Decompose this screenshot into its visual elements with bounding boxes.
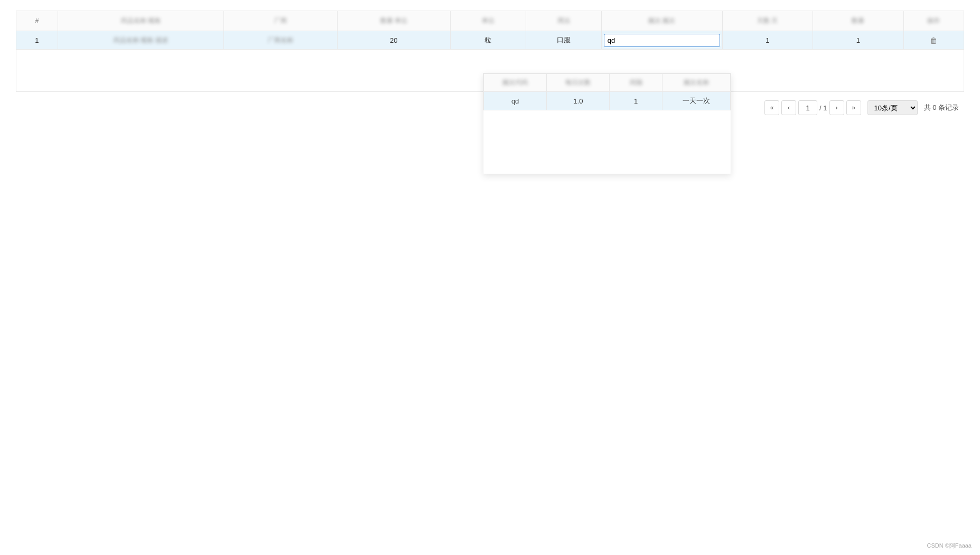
- dropdown-col-b-header: 每日次数: [547, 74, 610, 92]
- row-col7: 1: [722, 31, 813, 50]
- page-number-input[interactable]: [798, 100, 817, 115]
- frequency-input[interactable]: [604, 34, 720, 47]
- dropdown-col-b: 1.0: [547, 92, 610, 110]
- dropdown-col-c-header: 间隔: [610, 74, 662, 92]
- next-page-button[interactable]: ›: [829, 100, 844, 115]
- last-page-button[interactable]: »: [846, 100, 861, 115]
- row-col5: 口服: [526, 31, 601, 50]
- col1-header: 药品名称 规格: [58, 11, 223, 31]
- row-col2: 厂商名称: [224, 31, 337, 50]
- row-col9-delete[interactable]: 🗑: [903, 31, 964, 50]
- row-col3: 20: [337, 31, 450, 50]
- col6-header: 频次 频次: [601, 11, 722, 31]
- footer-text: CSDN ©阿Faaaa: [927, 542, 972, 550]
- delete-button[interactable]: 🗑: [930, 36, 938, 45]
- dropdown-col-c: 1: [610, 92, 662, 110]
- col5-header: 用法: [526, 11, 601, 31]
- col8-header: 数量: [813, 11, 904, 31]
- dropdown-col-a-header: 频次代码: [484, 74, 547, 92]
- col9-header: 操作: [903, 11, 964, 31]
- row-col8: 1: [813, 31, 904, 50]
- col2-header: 厂商: [224, 11, 337, 31]
- table-row: 1 药品名称 规格 描述 厂商名称 20 粒 口服 1 1: [16, 31, 964, 50]
- prev-page-button[interactable]: ‹: [781, 100, 796, 115]
- row-col6-input-cell: [601, 31, 722, 50]
- row-index: 1: [16, 31, 58, 50]
- dropdown-col-d-header: 频次名称: [662, 74, 730, 92]
- frequency-dropdown: 频次代码 每日次数 间隔 频次名称: [483, 73, 731, 174]
- dropdown-table: 频次代码 每日次数 间隔 频次名称: [483, 73, 731, 174]
- col7-header: 天数 天: [722, 11, 813, 31]
- col4-header: 单位: [450, 11, 526, 31]
- row-col1: 药品名称 规格 描述: [58, 31, 223, 50]
- page-size-select[interactable]: 10条/页 20条/页 50条/页: [867, 100, 918, 115]
- total-pages-label: / 1: [819, 104, 827, 112]
- dropdown-col-d: 一天一次: [662, 92, 730, 110]
- col3-header: 数量 单位: [337, 11, 450, 31]
- dropdown-col-a: qd: [484, 92, 547, 110]
- dropdown-row[interactable]: qd 1.0 1 一天一次: [484, 92, 731, 110]
- col-index-header: #: [16, 11, 58, 31]
- row-col4: 粒: [450, 31, 526, 50]
- dropdown-row-empty: [484, 110, 731, 174]
- total-records-label: 共 0 条记录: [924, 103, 959, 112]
- first-page-button[interactable]: «: [764, 100, 779, 115]
